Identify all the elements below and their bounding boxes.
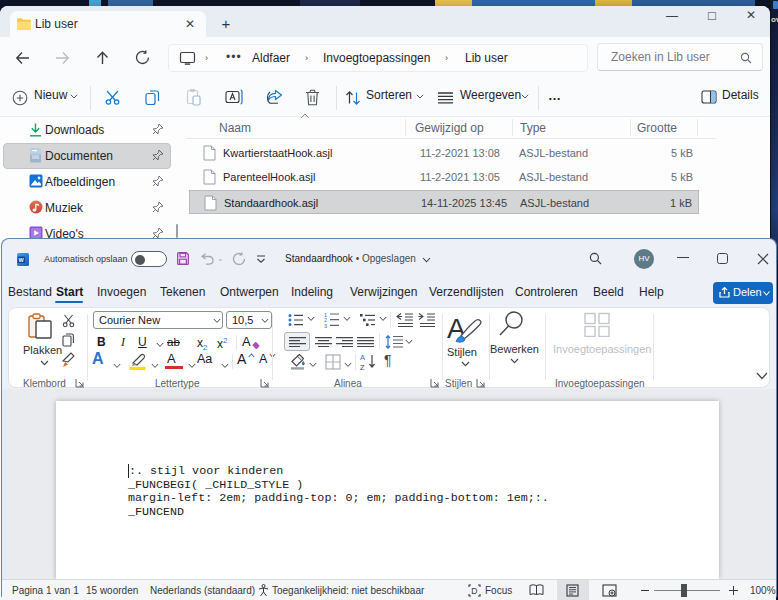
svg-text:Z: Z xyxy=(360,363,365,371)
svg-text:D: D xyxy=(471,586,477,596)
svg-text:W: W xyxy=(19,257,25,263)
svg-text:3: 3 xyxy=(324,323,327,329)
svg-text:A: A xyxy=(360,353,365,362)
